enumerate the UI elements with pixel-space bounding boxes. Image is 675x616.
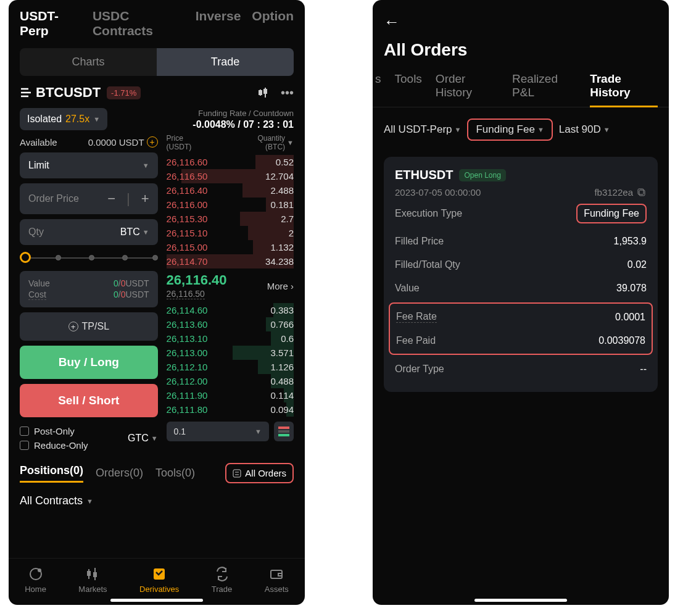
tab-tools[interactable]: Tools — [395, 72, 422, 107]
charts-trade-toggle[interactable]: Charts Trade — [20, 48, 294, 76]
pct-change: -1.71% — [107, 86, 141, 99]
tab-realized-pnl[interactable]: Realized P&L — [512, 72, 576, 107]
list-icon — [233, 469, 241, 478]
back-button[interactable]: ← — [384, 12, 658, 31]
leverage-selector[interactable]: Isolated 27.5x — [20, 108, 107, 130]
qty-slider[interactable] — [22, 254, 155, 262]
tab-order-history[interactable]: Order History — [436, 72, 499, 107]
svg-rect-5 — [278, 573, 282, 576]
filter-type[interactable]: Funding Fee — [467, 119, 552, 141]
segment-trade[interactable]: Trade — [157, 48, 294, 76]
tab-usdt-perp[interactable]: USDT-Perp — [20, 9, 81, 38]
all-orders-link[interactable]: All Orders — [225, 463, 294, 483]
tab-trade-history[interactable]: Trade History — [590, 72, 658, 107]
home-indicator — [110, 599, 203, 602]
home-indicator — [474, 599, 567, 602]
plus-icon[interactable]: + — [141, 191, 149, 207]
orderbook-mid: 26,116.40 26,116.50 More › — [167, 268, 294, 303]
sell-button[interactable]: Sell / Short — [20, 384, 158, 417]
orderbook-bids[interactable]: 26,114.600.38326,113.600.76626,113.100.6… — [167, 303, 294, 417]
tab-option[interactable]: Option — [252, 9, 294, 38]
orderbook-more[interactable]: More › — [267, 281, 294, 291]
order-type-select[interactable]: Limit — [20, 152, 158, 178]
svg-rect-0 — [233, 470, 241, 477]
post-only-checkbox[interactable]: Post-Only — [20, 426, 88, 436]
trade-screen: USDT-Perp USDC Contracts Inverse Option … — [9, 0, 305, 605]
svg-point-2 — [38, 568, 41, 572]
trade-card: ETHUSDT Open Long 2023-07-05 00:00:00 fb… — [384, 157, 658, 392]
contracts-filter[interactable]: All Contracts — [9, 488, 305, 514]
fee-highlight: Fee Rate0.0001 Fee Paid0.0039078 — [389, 302, 653, 355]
funding-info: Funding Rate / Countdown -0.0048% / 07 :… — [193, 109, 294, 130]
svg-rect-4 — [271, 570, 282, 578]
segment-charts[interactable]: Charts — [20, 48, 157, 76]
derivatives-icon — [151, 566, 167, 582]
home-icon — [28, 566, 44, 582]
trade-icon — [214, 566, 230, 582]
assets-icon — [268, 566, 284, 582]
orderbook-layout-icon[interactable] — [274, 422, 294, 441]
nav-home[interactable]: Home — [25, 566, 46, 594]
qty-input[interactable]: Qty BTC — [20, 219, 158, 245]
more-icon[interactable]: ••• — [281, 86, 294, 100]
buy-button[interactable]: Buy / Long — [20, 346, 158, 379]
tab-prev-cut[interactable]: s — [375, 72, 381, 107]
tab-orders[interactable]: Orders(0) — [96, 467, 143, 480]
tab-usdc[interactable]: USDC Contracts — [93, 9, 184, 38]
filter-period[interactable]: Last 90D — [559, 123, 610, 136]
orderbook-header: Price(USDT) Quantity(BTC) — [167, 133, 294, 155]
minus-icon[interactable]: − — [107, 191, 115, 207]
nav-trade[interactable]: Trade — [212, 566, 232, 594]
tab-inverse[interactable]: Inverse — [196, 9, 241, 38]
value-cost-box: Value0/0USDT Cost0/0USDT — [20, 271, 158, 307]
bottom-tabs: Positions(0) Orders(0) Tools(0) All Orde… — [9, 454, 305, 488]
page-title: All Orders — [384, 40, 658, 60]
last-price: 26,116.40 — [167, 272, 227, 288]
orders-screen: ← All Orders s Tools Order History Reali… — [373, 0, 669, 605]
pair-selector[interactable]: BTCUSDT — [20, 85, 101, 101]
nav-derivatives[interactable]: Derivatives — [139, 566, 179, 594]
copy-icon — [637, 188, 647, 198]
nav-assets[interactable]: Assets — [265, 566, 289, 594]
svg-rect-6 — [639, 190, 645, 196]
price-input[interactable]: Order Price −|+ — [20, 183, 158, 214]
candlestick-icon[interactable] — [257, 86, 271, 99]
card-id[interactable]: fb3122ea — [594, 187, 647, 198]
exec-type-value: Funding Fee — [576, 204, 647, 223]
tif-select[interactable]: GTC — [128, 433, 158, 444]
filter-pair[interactable]: All USDT-Perp — [384, 123, 461, 136]
tab-tools[interactable]: Tools(0) — [155, 467, 195, 480]
deposit-icon[interactable]: + — [147, 136, 158, 148]
market-type-tabs: USDT-Perp USDC Contracts Inverse Option — [9, 0, 305, 44]
aggregation-select[interactable]: 0.1 — [167, 422, 269, 441]
reduce-only-checkbox[interactable]: Reduce-Only — [20, 440, 88, 451]
card-side: Open Long — [459, 169, 505, 181]
order-tabs: s Tools Order History Realized P&L Trade… — [373, 64, 669, 107]
markets-icon — [85, 566, 101, 582]
mark-price: 26,116.50 — [167, 289, 205, 299]
card-symbol: ETHUSDT — [395, 168, 453, 182]
tab-positions[interactable]: Positions(0) — [20, 464, 83, 483]
card-time: 2023-07-05 00:00:00 — [395, 187, 481, 198]
bottom-nav: Home Markets Derivatives Trade Assets — [9, 558, 305, 605]
orderbook-asks[interactable]: 26,116.600.5226,116.5012.70426,116.402.4… — [167, 155, 294, 268]
tpsl-button[interactable]: + TP/SL — [20, 312, 158, 341]
menu-icon — [20, 86, 32, 99]
nav-markets[interactable]: Markets — [78, 566, 107, 594]
svg-rect-7 — [638, 189, 644, 194]
available-balance: Available 0.0000 USDT+ — [20, 136, 158, 148]
